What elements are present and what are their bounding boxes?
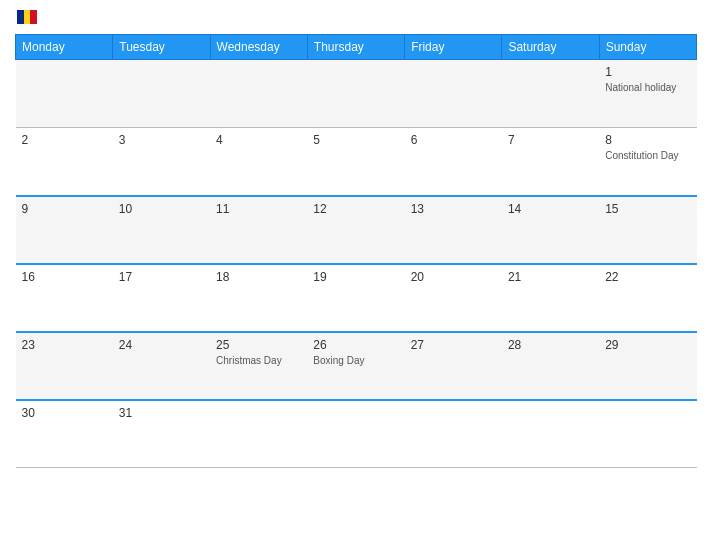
- weekday-wednesday: Wednesday: [210, 35, 307, 60]
- calendar-week-0: 1National holiday: [16, 60, 697, 128]
- day-number: 13: [411, 202, 496, 216]
- calendar-cell: 10: [113, 196, 210, 264]
- calendar-cell: 11: [210, 196, 307, 264]
- calendar-cell: 12: [307, 196, 404, 264]
- svg-rect-1: [24, 10, 30, 24]
- calendar-page: MondayTuesdayWednesdayThursdayFridaySatu…: [0, 0, 712, 550]
- calendar-cell: 30: [16, 400, 113, 468]
- day-number: 14: [508, 202, 593, 216]
- day-number: 20: [411, 270, 496, 284]
- weekday-saturday: Saturday: [502, 35, 599, 60]
- calendar-cell: 26Boxing Day: [307, 332, 404, 400]
- day-number: 1: [605, 65, 690, 79]
- weekday-tuesday: Tuesday: [113, 35, 210, 60]
- day-number: 2: [22, 133, 107, 147]
- weekday-thursday: Thursday: [307, 35, 404, 60]
- calendar-cell: 18: [210, 264, 307, 332]
- day-number: 7: [508, 133, 593, 147]
- day-number: 9: [22, 202, 107, 216]
- calendar-cell: [405, 60, 502, 128]
- calendar-cell: [502, 400, 599, 468]
- calendar-cell: 24: [113, 332, 210, 400]
- flag-icon: [17, 10, 37, 24]
- calendar-cell: 31: [113, 400, 210, 468]
- calendar-week-3: 16171819202122: [16, 264, 697, 332]
- day-number: 5: [313, 133, 398, 147]
- day-number: 27: [411, 338, 496, 352]
- calendar-cell: 5: [307, 128, 404, 196]
- calendar-cell: 3: [113, 128, 210, 196]
- calendar-cell: [307, 60, 404, 128]
- weekday-friday: Friday: [405, 35, 502, 60]
- calendar-week-5: 3031: [16, 400, 697, 468]
- header: [15, 10, 697, 24]
- svg-rect-0: [17, 10, 24, 24]
- day-number: 3: [119, 133, 204, 147]
- day-number: 15: [605, 202, 690, 216]
- calendar-cell: 25Christmas Day: [210, 332, 307, 400]
- calendar-cell: [210, 60, 307, 128]
- day-number: 30: [22, 406, 107, 420]
- day-number: 24: [119, 338, 204, 352]
- day-number: 29: [605, 338, 690, 352]
- calendar-cell: 16: [16, 264, 113, 332]
- calendar-cell: 20: [405, 264, 502, 332]
- calendar-cell: 14: [502, 196, 599, 264]
- day-number: 21: [508, 270, 593, 284]
- calendar-cell: 4: [210, 128, 307, 196]
- calendar-cell: 9: [16, 196, 113, 264]
- calendar-cell: 27: [405, 332, 502, 400]
- calendar-cell: 28: [502, 332, 599, 400]
- calendar-cell: 21: [502, 264, 599, 332]
- calendar-week-4: 232425Christmas Day26Boxing Day272829: [16, 332, 697, 400]
- weekday-sunday: Sunday: [599, 35, 696, 60]
- day-event: National holiday: [605, 81, 690, 94]
- calendar-cell: 29: [599, 332, 696, 400]
- day-number: 23: [22, 338, 107, 352]
- day-number: 26: [313, 338, 398, 352]
- day-event: Christmas Day: [216, 354, 301, 367]
- calendar-cell: [502, 60, 599, 128]
- calendar-cell: [405, 400, 502, 468]
- calendar-cell: 19: [307, 264, 404, 332]
- day-number: 10: [119, 202, 204, 216]
- calendar-cell: [16, 60, 113, 128]
- calendar-cell: [307, 400, 404, 468]
- day-number: 4: [216, 133, 301, 147]
- day-number: 22: [605, 270, 690, 284]
- calendar-cell: [599, 400, 696, 468]
- calendar-cell: 13: [405, 196, 502, 264]
- weekday-header-row: MondayTuesdayWednesdayThursdayFridaySatu…: [16, 35, 697, 60]
- day-number: 19: [313, 270, 398, 284]
- calendar-table: MondayTuesdayWednesdayThursdayFridaySatu…: [15, 34, 697, 468]
- calendar-cell: 17: [113, 264, 210, 332]
- day-number: 25: [216, 338, 301, 352]
- calendar-cell: 22: [599, 264, 696, 332]
- calendar-week-2: 9101112131415: [16, 196, 697, 264]
- day-event: Constitution Day: [605, 149, 690, 162]
- calendar-cell: 2: [16, 128, 113, 196]
- calendar-cell: 15: [599, 196, 696, 264]
- calendar-cell: 6: [405, 128, 502, 196]
- day-number: 28: [508, 338, 593, 352]
- logo: [15, 10, 37, 24]
- day-number: 12: [313, 202, 398, 216]
- calendar-week-1: 2345678Constitution Day: [16, 128, 697, 196]
- calendar-cell: [210, 400, 307, 468]
- weekday-monday: Monday: [16, 35, 113, 60]
- calendar-cell: 23: [16, 332, 113, 400]
- day-number: 17: [119, 270, 204, 284]
- day-number: 18: [216, 270, 301, 284]
- day-number: 11: [216, 202, 301, 216]
- calendar-cell: 8Constitution Day: [599, 128, 696, 196]
- calendar-cell: [113, 60, 210, 128]
- day-number: 16: [22, 270, 107, 284]
- calendar-cell: 7: [502, 128, 599, 196]
- calendar-cell: 1National holiday: [599, 60, 696, 128]
- day-number: 6: [411, 133, 496, 147]
- day-number: 31: [119, 406, 204, 420]
- day-number: 8: [605, 133, 690, 147]
- svg-rect-2: [30, 10, 37, 24]
- day-event: Boxing Day: [313, 354, 398, 367]
